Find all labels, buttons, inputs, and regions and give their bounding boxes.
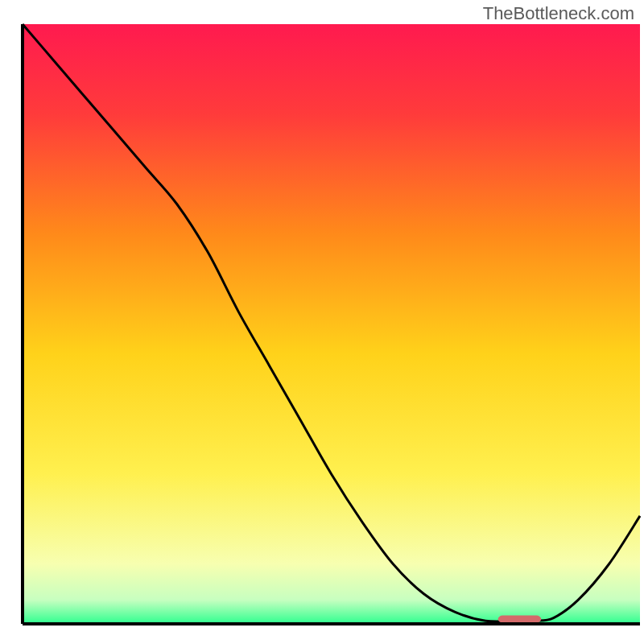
chart-svg [0,0,644,644]
bottleneck-chart: TheBottleneck.com [0,0,644,644]
attribution-text: TheBottleneck.com [483,3,634,24]
plot-background [23,24,640,624]
optimal-marker [498,616,542,623]
